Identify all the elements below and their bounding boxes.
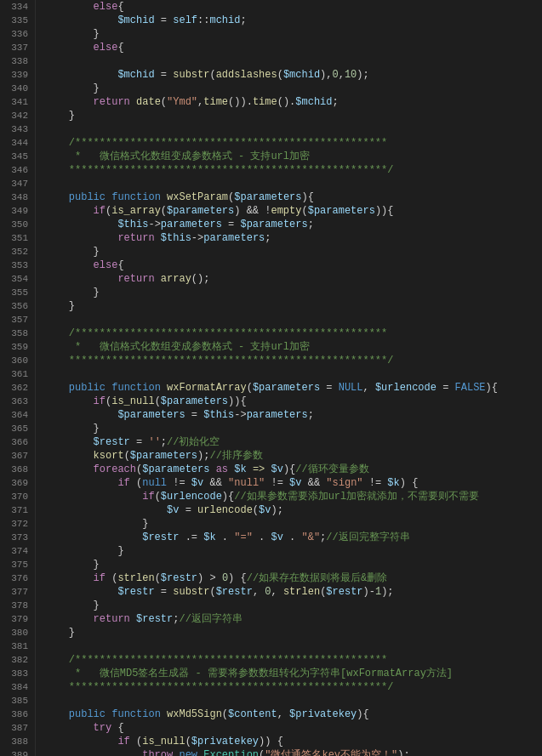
code-line: try { [44, 721, 542, 735]
line-number: 377 [3, 585, 28, 599]
code-line: ksort($parameters);//排序参数 [44, 449, 542, 463]
code-line: } [44, 517, 542, 531]
line-number: 389 [3, 748, 28, 756]
line-number: 334 [3, 0, 28, 14]
code-line [44, 694, 542, 708]
code-line: public function wxMd5Sign($content, $pri… [44, 708, 542, 721]
line-number: 374 [3, 544, 28, 558]
line-number: 356 [3, 299, 28, 313]
line-number: 358 [3, 327, 28, 340]
line-number: 361 [3, 367, 28, 381]
line-number: 366 [3, 435, 28, 449]
code-line: } [44, 544, 542, 558]
line-number: 378 [3, 599, 28, 612]
code-line: if (null != $v && "null" != $v && "sign"… [44, 476, 542, 490]
code-line [44, 313, 542, 327]
line-number: 362 [3, 381, 28, 395]
code-line: $this->parameters = $parameters; [44, 218, 542, 231]
code-line: /***************************************… [44, 136, 542, 150]
code-line: $mchid = substr(addslashes($mchid),0,10)… [44, 68, 542, 82]
code-line: /***************************************… [44, 327, 542, 340]
code-line: ****************************************… [44, 680, 542, 694]
line-number: 385 [3, 694, 28, 708]
line-number: 379 [3, 612, 28, 626]
code-line: if(is_array($parameters) && !empty($para… [44, 204, 542, 218]
code-line: else{ [44, 0, 542, 14]
line-number: 368 [3, 463, 28, 476]
code-line: } [44, 422, 542, 435]
line-number: 345 [3, 150, 28, 163]
line-number: 350 [3, 218, 28, 231]
line-number: 348 [3, 190, 28, 204]
line-number: 337 [3, 41, 28, 54]
code-line [44, 122, 542, 136]
code-line: } [44, 286, 542, 299]
code-line: /***************************************… [44, 653, 542, 667]
line-number: 339 [3, 68, 28, 82]
code-line: if($urlencode){//如果参数需要添加url加密就添加，不需要则不需… [44, 490, 542, 503]
line-number: 381 [3, 639, 28, 653]
code-line: if (strlen($restr) > 0) {//如果存在数据则将最后&删除 [44, 571, 542, 585]
line-number: 338 [3, 54, 28, 68]
line-number: 342 [3, 109, 28, 122]
code-line: throw new Exception("微付通签名key不能为空！"); [44, 748, 542, 756]
code-line: public function wxFormatArray($parameter… [44, 381, 542, 395]
code-line: } [44, 27, 542, 41]
code-line: return $this->parameters; [44, 231, 542, 245]
code-line: * 微信MD5签名生成器 - 需要将参数数组转化为字符串[wxFormatArr… [44, 667, 542, 680]
line-number: 386 [3, 708, 28, 721]
code-line: $restr = '';//初始化空 [44, 435, 542, 449]
line-number: 346 [3, 163, 28, 177]
line-number-gutter: 3343353363373383393403413423433443453463… [0, 0, 36, 756]
line-number: 373 [3, 531, 28, 544]
code-line [44, 639, 542, 653]
code-line: return date("Ymd",time()).time().$mchid; [44, 95, 542, 109]
line-number: 364 [3, 408, 28, 422]
code-line: } [44, 626, 542, 639]
code-line: ****************************************… [44, 354, 542, 367]
line-number: 383 [3, 667, 28, 680]
line-number: 336 [3, 27, 28, 41]
code-line: } [44, 558, 542, 571]
line-number: 369 [3, 476, 28, 490]
line-number: 344 [3, 136, 28, 150]
code-line: } [44, 82, 542, 95]
line-number: 354 [3, 272, 28, 286]
line-number: 349 [3, 204, 28, 218]
line-number: 343 [3, 122, 28, 136]
line-number: 384 [3, 680, 28, 694]
line-number: 367 [3, 449, 28, 463]
code-line: $parameters = $this->parameters; [44, 408, 542, 422]
code-line: $restr .= $k . "=" . $v . "&";//返回完整字符串 [44, 531, 542, 544]
code-line: return array(); [44, 272, 542, 286]
line-number: 341 [3, 95, 28, 109]
line-number: 365 [3, 422, 28, 435]
line-number: 370 [3, 490, 28, 503]
line-number: 357 [3, 313, 28, 327]
line-number: 340 [3, 82, 28, 95]
code-line [44, 177, 542, 190]
line-number: 347 [3, 177, 28, 190]
code-line [44, 367, 542, 381]
line-number: 352 [3, 245, 28, 259]
line-number: 372 [3, 517, 28, 531]
code-line: if (is_null($privatekey)) { [44, 735, 542, 748]
line-number: 355 [3, 286, 28, 299]
code-line: } [44, 299, 542, 313]
line-number: 359 [3, 340, 28, 354]
code-line: foreach($parameters as $k => $v){//循环变量参… [44, 463, 542, 476]
line-number: 387 [3, 721, 28, 735]
code-line: * 微信格式化数组变成参数格式 - 支持url加密 [44, 340, 542, 354]
line-number: 371 [3, 503, 28, 517]
code-line: else{ [44, 41, 542, 54]
line-number: 388 [3, 735, 28, 748]
code-line: * 微信格式化数组变成参数格式 - 支持url加密 [44, 150, 542, 163]
code-line: public function wxSetParam($parameters){ [44, 190, 542, 204]
line-number: 363 [3, 395, 28, 408]
code-line: $mchid = self::mchid; [44, 14, 542, 27]
line-number: 375 [3, 558, 28, 571]
line-number: 376 [3, 571, 28, 585]
code-content: else{ $mchid = self::mchid; } else{ $mch… [36, 0, 542, 756]
code-line [44, 54, 542, 68]
line-number: 380 [3, 626, 28, 639]
